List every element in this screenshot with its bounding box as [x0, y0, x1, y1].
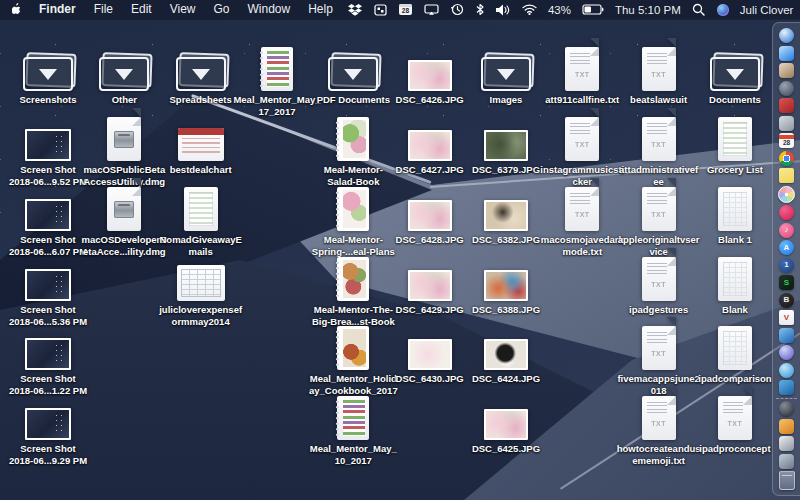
desktop-icon-nomadgiveawaye-mails[interactable]: NomadGiveawayE mails: [157, 183, 245, 258]
menu-file[interactable]: File: [85, 0, 122, 19]
chrome-dock-icon[interactable]: [779, 151, 794, 166]
dmg-file-icon: [107, 183, 141, 231]
desktop-icon-documents[interactable]: Documents: [691, 43, 779, 106]
desktop-icon-ipadproconcept[interactable]: TXTipadproconcept: [691, 392, 779, 455]
menu-window[interactable]: Window: [239, 0, 300, 19]
chat-app-dock-icon[interactable]: [779, 363, 794, 378]
calendar-date-icon[interactable]: 28: [393, 0, 418, 19]
itunes-dock-icon[interactable]: ♪: [779, 223, 794, 238]
desktop-icon-meal-mentor-spring-eal-plans[interactable]: Meal-Mentor- Spring-...eal-Plans: [309, 183, 397, 258]
desktop-icon-blank-1[interactable]: Blank 1: [691, 183, 779, 246]
volume-icon[interactable]: [490, 0, 516, 19]
desktop-icon-beatslawsuit[interactable]: TXTbeatslawsuit: [615, 43, 703, 106]
desktop-icon-spreadsheets[interactable]: Spreadsheets: [157, 43, 245, 106]
desktop-icon-dsc-6428-jpg[interactable]: DSC_6428.JPG: [386, 183, 474, 246]
desktop-icon-grocery-list[interactable]: Grocery List: [691, 113, 779, 176]
menu-view[interactable]: View: [161, 0, 205, 19]
desktop-icon-julicloverexpensef-ormmay2014[interactable]: julicloverexpensef ormmay2014: [157, 253, 245, 328]
desktop-icon-attadministrativef-ee[interactable]: TXTattadministrativef ee: [615, 113, 703, 188]
desktop-icon-dsc-6382-jpg[interactable]: DSC_6382.JPG: [462, 183, 550, 246]
desktop-icon-screenshots[interactable]: Screenshots: [4, 43, 92, 106]
desktop-icon-blank[interactable]: Blank: [691, 253, 779, 316]
film-reel-app-dock-icon[interactable]: [779, 401, 794, 416]
calendar-dock-icon[interactable]: 28: [779, 133, 794, 148]
desktop-icon-macosmojavedark-mode-txt[interactable]: TXTmacosmojavedark mode.txt: [538, 183, 626, 258]
launchpad-dock-icon[interactable]: [779, 81, 794, 96]
cookbook-icon: [337, 326, 369, 370]
desktop-icon-other[interactable]: Other: [80, 43, 168, 106]
menu-go[interactable]: Go: [205, 0, 239, 19]
desktop-icon-macosdeveloperb-etaacce-ility-dmg[interactable]: macOSDeveloperB etaAcce...ility.dmg: [80, 183, 168, 258]
stickies-dock-icon[interactable]: [779, 168, 794, 183]
desktop-icon-pdf-documents[interactable]: PDF Documents: [309, 43, 397, 106]
desktop-icon-meal-mentor-holid-ay-cookbook-2017[interactable]: Meal_Mentor_Holid ay_Cookbook_2017: [309, 322, 397, 397]
desktop-icon-ipadgestures[interactable]: TXTipadgestures: [615, 253, 703, 316]
desktop-icon-dsc-6430-jpg[interactable]: DSC_6430.JPG: [386, 322, 474, 385]
b-app-dock-icon[interactable]: B: [779, 293, 794, 308]
app-store-dock-icon[interactable]: A: [779, 240, 794, 255]
trash-dock-icon[interactable]: [779, 471, 795, 490]
menu-edit[interactable]: Edit: [122, 0, 161, 19]
dropbox-icon[interactable]: [342, 0, 368, 19]
desktop-icon-meal-mentor-may-10-2017[interactable]: Meal_Mentor_May_ 10_2017: [309, 392, 397, 467]
face-app-dock-icon[interactable]: [779, 380, 794, 395]
desktop-icon-fivemacappsjune2-018[interactable]: TXTfivemacappsjune2 018: [615, 322, 703, 397]
desktop-icon-meal-mentor-may-17-2017[interactable]: Meal_Mentor_May_ 17_2017: [233, 43, 321, 118]
desktop-icon-screen-shot-2018-06-9-29-pm[interactable]: Screen Shot 2018-06...9.29 PM: [4, 392, 92, 467]
photos-dock-icon[interactable]: [778, 186, 795, 203]
desktop-icon-instagrammusicsti-cker[interactable]: TXTinstagrammusicsti cker: [538, 113, 626, 188]
stack-folder-icon: [23, 57, 73, 91]
desktop-icon-dsc-6429-jpg[interactable]: DSC_6429.JPG: [386, 253, 474, 316]
dock-icon-glyph: 28: [783, 140, 790, 147]
desktop-icon-screen-shot-2018-06-1-22-pm[interactable]: Screen Shot 2018-06...1.22 PM: [4, 322, 92, 397]
desktop-icon-images[interactable]: Images: [462, 43, 550, 106]
preview-dock-icon[interactable]: [779, 63, 794, 78]
desktop-icon-dsc-6379-jpg[interactable]: DSC_6379.JPG: [462, 113, 550, 176]
pixelmator-dock-icon[interactable]: [779, 328, 794, 343]
finder-dock-icon[interactable]: [779, 46, 794, 61]
v-doc-app-dock-icon[interactable]: V: [779, 310, 794, 325]
menu-bar-clock[interactable]: Thu 5:10 PM: [610, 4, 686, 16]
desktop-icon-howtocreateandus-ememoji-txt[interactable]: TXThowtocreateandus ememoji.txt: [615, 392, 703, 467]
safari-tech-preview-dock-icon[interactable]: [779, 345, 794, 360]
stack-front: [710, 57, 760, 91]
printer-app-dock-icon[interactable]: [779, 436, 794, 451]
spotlight-search-icon[interactable]: [686, 0, 711, 19]
desktop-icon-screen-shot-2018-06-5-36-pm[interactable]: Screen Shot 2018-06...5.36 PM: [4, 253, 92, 328]
1password-dock-icon[interactable]: 1: [779, 258, 794, 273]
txt-badge: TXT: [642, 211, 676, 218]
desktop-icon-dsc-6425-jpg[interactable]: DSC_6425.JPG: [462, 392, 550, 455]
photo-thumbnail: [484, 200, 528, 231]
news-dock-icon[interactable]: [779, 205, 794, 220]
user-menu[interactable]: Juli Clover: [735, 4, 799, 16]
siri-icon[interactable]: [711, 0, 735, 19]
red-pixelart-app-dock-icon[interactable]: [779, 98, 794, 113]
apple-menu[interactable]: [0, 3, 33, 16]
home-app-dock-icon[interactable]: [779, 419, 794, 434]
desktop-icon-ipadcomparison[interactable]: ipadcomparison: [691, 322, 779, 385]
desktop-icon-appleoriginaltvser-vice[interactable]: TXTappleoriginaltvser vice: [615, 183, 703, 258]
safari-dock-icon[interactable]: [779, 28, 794, 43]
menu-help[interactable]: Help: [299, 0, 342, 19]
desktop-icon-dsc-6427-jpg[interactable]: DSC_6427.JPG: [386, 113, 474, 176]
wifi-icon[interactable]: [516, 0, 543, 19]
desktop-icon-screen-shot-2018-06-9-52-pm[interactable]: Screen Shot 2018-06...9.52 PM: [4, 113, 92, 188]
menu-finder[interactable]: Finder: [33, 0, 85, 19]
time-machine-icon[interactable]: [445, 0, 470, 19]
desktop-icon-bestdealchart[interactable]: bestdealchart: [157, 113, 245, 176]
desktop-icon-att911callfine-txt[interactable]: TXTatt911callfine.txt: [538, 43, 626, 106]
desktop-icon-meal-mentor-salad-book[interactable]: Meal-Mentor- Salad-Book: [309, 113, 397, 188]
desktop-icon-dsc-6424-jpg[interactable]: DSC_6424.JPG: [462, 322, 550, 385]
battery-icon[interactable]: [576, 0, 610, 19]
desktop-icon-meal-mentor-the-big-brea-st-book[interactable]: Meal-Mentor-The- Big-Brea...st-Book: [309, 253, 397, 328]
files-window-dock-icon[interactable]: [779, 454, 794, 469]
desktop-icon-macospublicbeta-accessutility-dmg[interactable]: macOSPublicBeta AccessUtility.dmg: [80, 113, 168, 188]
bluetooth-icon[interactable]: [470, 0, 490, 19]
screenshot-utility-dock-icon[interactable]: [779, 116, 794, 131]
display-airplay-icon[interactable]: [418, 0, 445, 19]
desktop-icon-dsc-6426-jpg[interactable]: DSC_6426.JPG: [386, 43, 474, 106]
desktop-icon-dsc-6388-jpg[interactable]: DSC_6388.JPG: [462, 253, 550, 316]
stocks-dock-icon[interactable]: S: [779, 275, 794, 290]
window-grid-icon[interactable]: [368, 0, 393, 19]
desktop-icon-screen-shot-2018-06-6-07-pm[interactable]: Screen Shot 2018-06...6.07 PM: [4, 183, 92, 258]
